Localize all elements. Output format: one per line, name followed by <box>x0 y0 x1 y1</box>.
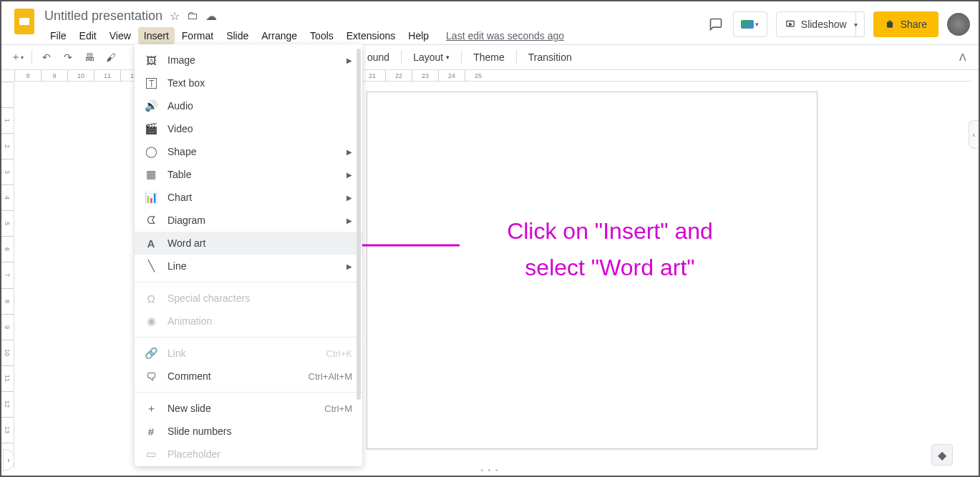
tutorial-annotation: Click on "Insert" and select "Word art" <box>460 213 760 286</box>
insert-specialchars: ΩSpecial characters <box>135 287 362 310</box>
collapse-icon[interactable]: ᐱ <box>953 47 973 67</box>
title-area: Untitled presentation ☆ 🗀 ☁ File Edit Vi… <box>44 7 707 44</box>
menu-format[interactable]: Format <box>176 27 219 44</box>
last-edit-link[interactable]: Last edit was seconds ago <box>446 30 564 41</box>
meet-button[interactable]: ▾ <box>733 11 767 37</box>
cloud-icon[interactable]: ☁ <box>205 9 217 23</box>
link-icon: 🔗 <box>145 347 157 360</box>
plus-icon: ＋ <box>145 402 157 415</box>
separator <box>135 392 362 393</box>
shape-icon: ◯ <box>145 145 157 158</box>
line-icon: ╲ <box>145 260 157 272</box>
separator <box>135 337 362 338</box>
menu-tools[interactable]: Tools <box>304 27 339 44</box>
redo-icon[interactable]: ↷ <box>58 47 78 67</box>
submenu-arrow-icon: ▶ <box>346 56 352 64</box>
dropdown-scrollbar[interactable] <box>355 49 362 462</box>
insert-newslide[interactable]: ＋New slideCtrl+M <box>135 397 362 420</box>
comments-icon[interactable] <box>707 16 724 33</box>
print-icon[interactable]: 🖶 <box>79 47 100 67</box>
insert-placeholder: ▭Placeholder <box>135 443 362 466</box>
vertical-ruler: 1234567891011121314 <box>1 82 14 468</box>
insert-chart[interactable]: 📊Chart▶ <box>135 186 362 209</box>
hash-icon: # <box>145 425 157 438</box>
insert-animation: ◉Animation <box>135 310 362 333</box>
wordart-icon: A <box>145 237 157 250</box>
slideshow-button[interactable]: Slideshow <box>776 11 856 37</box>
share-button[interactable]: Share <box>873 11 938 37</box>
separator <box>401 50 402 64</box>
menu-help[interactable]: Help <box>402 27 435 44</box>
star-icon[interactable]: ☆ <box>170 9 180 23</box>
header-right: ▾ Slideshow ▾ Share <box>707 11 970 37</box>
separator <box>135 282 362 282</box>
chart-icon: 📊 <box>145 191 157 204</box>
video-icon: 🎬 <box>145 122 157 135</box>
placeholder-icon: ▭ <box>145 448 157 461</box>
insert-link: 🔗LinkCtrl+K <box>135 342 362 365</box>
menu-file[interactable]: File <box>44 27 72 44</box>
menu-edit[interactable]: Edit <box>74 27 102 44</box>
separator <box>461 50 462 64</box>
layout-button[interactable]: Layout▾ <box>406 47 457 67</box>
document-title[interactable]: Untitled presentation <box>44 9 162 24</box>
slides-logo[interactable] <box>10 7 39 36</box>
header: Untitled presentation ☆ 🗀 ☁ File Edit Vi… <box>1 1 979 44</box>
speaker-notes-handle[interactable]: • • • <box>480 466 499 474</box>
separator <box>516 50 517 64</box>
side-panel-toggle[interactable]: ‹ <box>969 120 979 149</box>
image-icon: 🖼 <box>145 54 157 67</box>
animation-icon: ◉ <box>145 315 157 328</box>
insert-image[interactable]: 🖼Image▶ <box>135 49 362 72</box>
table-icon: ▦ <box>145 168 157 181</box>
insert-slidenumbers[interactable]: #Slide numbers <box>135 420 362 443</box>
account-avatar[interactable] <box>947 13 970 36</box>
comment-icon: 🗨 <box>145 370 157 383</box>
menu-extensions[interactable]: Extensions <box>341 27 401 44</box>
slideshow-dropdown[interactable]: ▾ <box>848 11 865 37</box>
submenu-arrow-icon: ▶ <box>346 262 352 270</box>
paint-format-icon[interactable]: 🖌 <box>101 47 121 67</box>
insert-wordart[interactable]: AWord art <box>135 232 362 255</box>
menu-view[interactable]: View <box>104 27 137 44</box>
transition-button[interactable]: Transition <box>521 47 579 67</box>
submenu-arrow-icon: ▶ <box>346 148 352 156</box>
menu-slide[interactable]: Slide <box>220 27 254 44</box>
insert-line[interactable]: ╲Line▶ <box>135 255 362 277</box>
insert-textbox[interactable]: 🅃Text box <box>135 72 362 94</box>
share-label: Share <box>901 19 927 30</box>
menu-arrange[interactable]: Arrange <box>256 27 303 44</box>
submenu-arrow-icon: ▶ <box>346 171 352 179</box>
audio-icon: 🔊 <box>145 99 157 112</box>
menu-bar: File Edit View Insert Format Slide Arran… <box>44 27 707 44</box>
theme-button[interactable]: Theme <box>466 47 512 67</box>
insert-audio[interactable]: 🔊Audio <box>135 94 362 117</box>
slideshow-label: Slideshow <box>801 19 847 30</box>
insert-diagram[interactable]: ᗧDiagram▶ <box>135 209 362 232</box>
new-slide-button[interactable]: ＋▾ <box>7 47 27 67</box>
insert-video[interactable]: 🎬Video <box>135 117 362 140</box>
background-button[interactable]: ound <box>360 47 397 67</box>
insert-shape[interactable]: ◯Shape▶ <box>135 140 362 163</box>
separator <box>31 50 32 64</box>
insert-comment[interactable]: 🗨CommentCtrl+Alt+M <box>135 365 362 388</box>
insert-table[interactable]: ▦Table▶ <box>135 163 362 186</box>
move-icon[interactable]: 🗀 <box>187 9 198 22</box>
undo-icon[interactable]: ↶ <box>37 47 57 67</box>
diagram-icon: ᗧ <box>145 214 157 227</box>
submenu-arrow-icon: ▶ <box>346 194 352 202</box>
omega-icon: Ω <box>145 292 157 305</box>
explore-button[interactable]: ◆ <box>931 444 953 466</box>
textbox-icon: 🅃 <box>145 77 157 89</box>
submenu-arrow-icon: ▶ <box>346 217 352 225</box>
insert-dropdown: 🖼Image▶ 🅃Text box 🔊Audio 🎬Video ◯Shape▶ … <box>135 44 362 466</box>
menu-insert[interactable]: Insert <box>138 27 175 44</box>
